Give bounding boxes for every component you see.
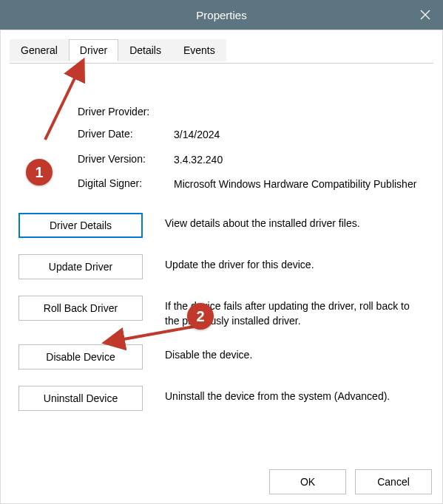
annotation-arrow-1 [36, 57, 95, 146]
annotation-badge-2: 2 [187, 303, 214, 330]
driver-details-button[interactable]: Driver Details [18, 213, 143, 238]
title-bar: Properties [0, 0, 443, 30]
close-button[interactable] [408, 0, 443, 30]
date-value: 3/14/2024 [174, 128, 425, 143]
svg-line-2 [45, 63, 82, 140]
window-title: Properties [196, 9, 246, 21]
cancel-button[interactable]: Cancel [355, 469, 432, 494]
tab-events[interactable]: Events [172, 39, 226, 61]
annotation-arrow-2 [101, 321, 205, 351]
driver-info: Driver Provider: Driver Date: 3/14/2024 … [78, 106, 425, 192]
annotation-badge-1: 1 [26, 159, 53, 185]
uninstall-device-desc: Uninstall the device from the system (Ad… [165, 386, 425, 403]
signer-value: Microsoft Windows Hardware Compatibility… [174, 177, 425, 192]
dialog-footer: OK Cancel [269, 469, 432, 494]
svg-line-3 [107, 326, 197, 342]
close-icon [420, 10, 430, 20]
version-label: Driver Version: [78, 153, 174, 165]
update-driver-button[interactable]: Update Driver [18, 254, 143, 279]
update-driver-desc: Update the driver for this device. [165, 254, 425, 272]
version-value: 3.4.32.240 [174, 153, 425, 168]
tab-details[interactable]: Details [118, 39, 172, 61]
dialog-body: General Driver Details Events Driver Pro… [0, 30, 443, 504]
signer-label: Digital Signer: [78, 177, 174, 189]
roll-back-driver-button[interactable]: Roll Back Driver [18, 296, 143, 321]
uninstall-device-button[interactable]: Uninstall Device [18, 386, 143, 411]
driver-details-desc: View details about the installed driver … [165, 213, 425, 231]
ok-button[interactable]: OK [269, 469, 346, 494]
